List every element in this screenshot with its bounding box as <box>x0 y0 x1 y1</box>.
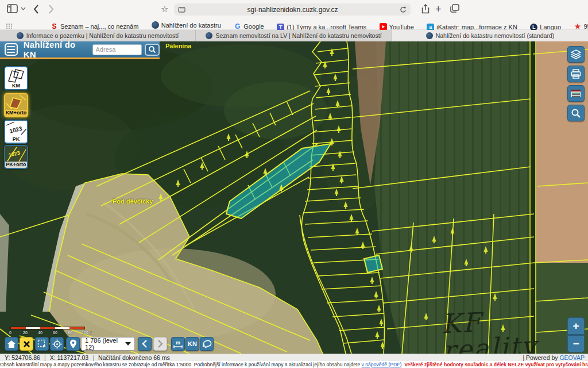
polygon-icon <box>202 339 212 348</box>
app-header: Nahlížení do KN <box>0 41 160 59</box>
search-button[interactable] <box>145 44 160 56</box>
marquee-select-icon <box>37 339 47 348</box>
tab-seznam-nemovitosti[interactable]: Seznam nemovitostí na LV | Nahlížení do … <box>196 30 392 41</box>
scale-bar <box>10 327 85 329</box>
home-button[interactable] <box>5 337 18 351</box>
home-icon <box>7 340 16 348</box>
seznam-icon: S <box>51 23 58 30</box>
cuzk-globe-icon <box>17 32 24 39</box>
scale-tick: 40 <box>38 331 42 335</box>
disclaimer-warning: Veškeré zjištěné hodnoty souřadnic a dél… <box>404 362 588 367</box>
screen: ☆ sgi-nahlizenidokn.cuzk.gov.cz + SSezna… <box>0 0 588 368</box>
history-back-button[interactable] <box>138 337 152 351</box>
app-title: Nahlížení do KN <box>24 40 87 59</box>
chevron-right-icon <box>157 340 163 348</box>
cuzk-globe-icon <box>206 32 212 39</box>
target-icon <box>52 339 62 349</box>
bookmark-9522182[interactable]: ★9522182 <box>574 23 588 30</box>
zoom-out-button[interactable]: − <box>567 335 585 352</box>
map-viewport[interactable]: Pálenina Pod děvčičky KF reality karla V… <box>0 41 588 354</box>
highlighted-parcel-small[interactable] <box>364 255 382 273</box>
scale-tick: 0 <box>9 331 11 335</box>
map-label-palenina: Pálenina <box>165 43 191 49</box>
new-tab-icon[interactable]: + <box>435 3 442 16</box>
layers-tool-button[interactable] <box>567 46 585 63</box>
svg-text:m: m <box>176 340 180 346</box>
cuzk-globe-icon <box>426 32 433 39</box>
layer-button-km-orto[interactable]: KM+orto <box>4 93 28 117</box>
load-status-message: Načítání dokončeno 66 ms <box>98 354 170 361</box>
cuzk-globe-icon <box>152 21 159 29</box>
url-bar[interactable]: sgi-nahlizenidokn.cuzk.gov.cz <box>174 3 411 16</box>
page-settings-icon[interactable] <box>178 6 185 13</box>
print-icon <box>571 69 581 79</box>
powered-by: | Powered by GEOVAP <box>523 354 585 361</box>
bookmark-star-icon[interactable]: ☆ <box>161 4 168 14</box>
location-pin-icon <box>69 339 77 349</box>
forward-button[interactable] <box>48 5 54 14</box>
address-search-input[interactable] <box>92 44 142 55</box>
map-label-pod-devcicky: Pod děvčičky <box>113 198 153 205</box>
map-canvas[interactable] <box>0 41 588 354</box>
layer-button-km[interactable]: KM <box>4 66 28 90</box>
center-position-button[interactable] <box>50 337 64 351</box>
geovap-link[interactable]: GEOVAP <box>559 354 585 361</box>
map-scale-dropdown[interactable]: 1 786 (level 12) <box>81 337 135 351</box>
tab-overview-icon[interactable] <box>450 4 459 13</box>
location-pin-button[interactable] <box>66 337 80 351</box>
help-pdf-link[interactable]: v nápovědě (PDF) <box>362 362 402 367</box>
close-selection-button[interactable] <box>20 337 33 351</box>
search-tool-button[interactable] <box>567 105 585 121</box>
pk-thumbnail: 1023 <box>5 121 27 137</box>
chevron-down-icon <box>125 342 131 346</box>
legend-tool-button[interactable] <box>567 85 585 102</box>
hamburger-menu-button[interactable] <box>5 43 18 56</box>
pk-orto-thumbnail: 1023 <box>5 146 27 162</box>
scale-tick: 60 <box>53 331 57 335</box>
scale-tick: 80 <box>68 331 72 335</box>
url-text[interactable]: sgi-nahlizenidokn.cuzk.gov.cz <box>185 6 400 14</box>
layer-button-pk-orto[interactable]: 1023 PK+orto <box>4 145 28 169</box>
sidebar-toggle-icon[interactable] <box>7 4 18 13</box>
zoom-in-button[interactable]: + <box>567 317 585 335</box>
star-icon: ★ <box>574 23 582 30</box>
disclaimer-bar: Obsah katastrální mapy a mapy pozemkovéh… <box>0 361 588 368</box>
tab-bar: Informace o pozemku | Nahlížení do katas… <box>0 30 588 41</box>
browser-toolbar: ☆ sgi-nahlizenidokn.cuzk.gov.cz + <box>0 0 588 19</box>
coordinate-x: X: 1137217.03 <box>50 354 89 361</box>
magnifier-icon <box>571 108 581 118</box>
bookmark-seznam[interactable]: SSeznam – naj..., co neznám <box>51 23 138 30</box>
layers-icon <box>571 49 581 59</box>
close-icon <box>23 340 30 348</box>
bookmarks-bar: SSeznam – naj..., co neznám Nahlížení do… <box>0 19 588 30</box>
chevron-left-icon <box>142 340 148 348</box>
km-thumbnail <box>5 67 27 83</box>
coordinate-y: Y: 524706.86 <box>5 354 40 361</box>
history-forward-button[interactable] <box>153 337 167 351</box>
kn-info-button[interactable]: KN <box>185 337 199 351</box>
bookmark-google[interactable]: GGoogle <box>234 23 264 30</box>
km-orto-thumbnail <box>5 94 27 110</box>
print-tool-button[interactable] <box>567 66 585 82</box>
measure-button[interactable]: m <box>171 337 185 351</box>
scale-tick: 100 m <box>82 331 92 335</box>
disclaimer-text: Obsah katastrální mapy a mapy pozemkovéh… <box>0 362 362 367</box>
layer-button-pk[interactable]: 1023 PK <box>4 120 28 144</box>
select-area-button[interactable] <box>35 337 49 351</box>
status-bar: Y: 524706.86 | X: 1137217.03 | Načítání … <box>0 354 588 361</box>
chevron-down-icon[interactable] <box>21 7 26 10</box>
back-button[interactable] <box>33 5 39 14</box>
measure-icon: m <box>173 339 183 349</box>
google-icon: G <box>234 23 241 30</box>
legend-icon <box>571 89 581 98</box>
tab-nahlizeni-standard[interactable]: Nahlížení do katastru nemovitostí (stand… <box>392 30 588 41</box>
reload-icon[interactable] <box>400 6 407 13</box>
bookmark-nahlizeni[interactable]: Nahlížení do katastru <box>152 21 221 29</box>
draw-polygon-button[interactable] <box>200 337 214 351</box>
scale-tick: 20 <box>23 331 28 335</box>
share-icon[interactable] <box>421 4 430 14</box>
magnifier-icon <box>148 45 156 53</box>
